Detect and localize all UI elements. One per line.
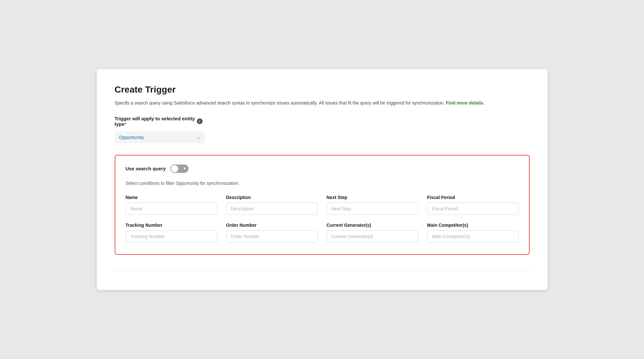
info-icon[interactable]: i bbox=[197, 118, 203, 124]
field-label-tracking-number: Tracking Number bbox=[126, 223, 217, 228]
field-input-main-competitors[interactable] bbox=[427, 230, 519, 243]
entity-type-select[interactable]: Opportunity Lead Contact Account Case bbox=[115, 131, 205, 143]
page-description: Specify a search query using Salesforce … bbox=[115, 99, 530, 106]
field-label-current-generators: Current Generator(s) bbox=[327, 223, 418, 228]
field-group-current-generators: Current Generator(s) bbox=[327, 223, 418, 243]
field-input-current-generators[interactable] bbox=[327, 230, 418, 243]
field-group-next-step: Next Step bbox=[327, 195, 418, 215]
entity-select-wrapper: Opportunity Lead Contact Account Case ⌄ bbox=[115, 131, 205, 143]
field-input-fiscal-period[interactable] bbox=[427, 203, 519, 215]
bottom-divider bbox=[115, 270, 530, 271]
search-query-header: Use search query ✕ bbox=[126, 165, 519, 173]
fields-grid: Name Description Next Step Fiscal Period… bbox=[126, 195, 519, 243]
field-group-description: Description bbox=[226, 195, 318, 215]
entity-type-label: Trigger will apply to selected entity ty… bbox=[115, 116, 530, 127]
field-group-tracking-number: Tracking Number bbox=[126, 223, 217, 243]
toggle-track: ✕ bbox=[170, 165, 188, 173]
toggle-off-icon: ✕ bbox=[183, 167, 186, 170]
field-group-order-number: Order Number bbox=[226, 223, 318, 243]
field-input-description[interactable] bbox=[226, 203, 318, 215]
field-group-name: Name bbox=[126, 195, 217, 215]
field-input-next-step[interactable] bbox=[327, 203, 418, 215]
description-text: Specify a search query using Salesforce … bbox=[115, 100, 445, 105]
toggle-thumb bbox=[171, 165, 178, 172]
field-label-description: Description bbox=[226, 195, 318, 200]
field-label-fiscal-period: Fiscal Period bbox=[427, 195, 519, 200]
entity-label-text: Trigger will apply to selected entity ty… bbox=[115, 116, 195, 127]
field-label-name: Name bbox=[126, 195, 217, 200]
search-query-toggle[interactable]: ✕ bbox=[170, 165, 188, 173]
field-label-main-competitors: Main Competitor(s) bbox=[427, 223, 519, 228]
field-input-tracking-number[interactable] bbox=[126, 230, 217, 243]
field-group-fiscal-period: Fiscal Period bbox=[427, 195, 519, 215]
filter-description: Select conditions to filter Opportunity … bbox=[126, 181, 519, 186]
field-group-main-competitors: Main Competitor(s) bbox=[427, 223, 519, 243]
find-more-link[interactable]: Find more details. bbox=[446, 100, 485, 105]
field-label-order-number: Order Number bbox=[226, 223, 318, 228]
page-container: Create Trigger Specify a search query us… bbox=[97, 69, 548, 290]
field-input-name[interactable] bbox=[126, 203, 217, 215]
search-query-label: Use search query bbox=[126, 166, 166, 171]
field-input-order-number[interactable] bbox=[226, 230, 318, 243]
page-title: Create Trigger bbox=[115, 85, 530, 95]
search-query-section: Use search query ✕ Select conditions to … bbox=[115, 155, 530, 255]
field-label-next-step: Next Step bbox=[327, 195, 418, 200]
required-asterisk: * bbox=[124, 121, 126, 127]
